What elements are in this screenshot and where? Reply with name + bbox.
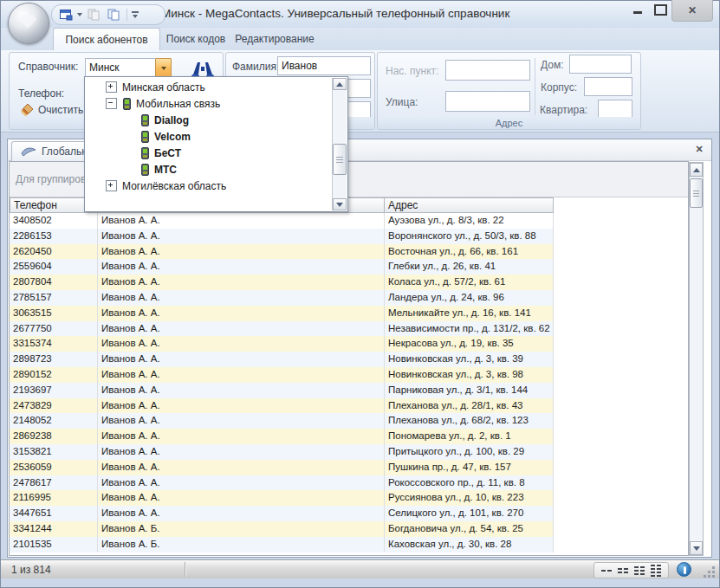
- address-cell: Глебки ул., д. 26, кв. 41: [385, 259, 554, 275]
- close-button[interactable]: ✕: [671, 0, 713, 22]
- subscriber-cell: Иванов А. А.: [98, 321, 385, 337]
- window-view-dropdown-icon[interactable]: [77, 13, 82, 16]
- table-row[interactable]: 2869238Иванов А. А.Пономарева ул., д. 2,…: [10, 429, 554, 444]
- table-row[interactable]: 2116995Иванов А. А.Руссиянова ул., д. 10…: [10, 490, 554, 506]
- collapse-minus-icon[interactable]: [106, 98, 117, 109]
- maximize-button[interactable]: [649, 0, 671, 19]
- subscriber-cell: Иванов А. А.: [98, 429, 385, 444]
- view-3-rows-icon[interactable]: [634, 566, 645, 575]
- tree-item-6[interactable]: Могилёвская область: [85, 178, 332, 194]
- directory-dropdown-popup: Минская областьМобильная связьDiallogVel…: [84, 76, 348, 212]
- apartment-input[interactable]: [598, 100, 632, 119]
- dropdown-scrollbar-thumb[interactable]: [333, 144, 347, 175]
- surname-input[interactable]: [277, 56, 371, 75]
- subscriber-cell: Иванов А. А.: [98, 444, 385, 460]
- application-orb-button[interactable]: [8, 3, 49, 44]
- house-input[interactable]: [569, 55, 632, 74]
- table-row[interactable]: 3447651Иванов А. А.Селицкого ул., д. 101…: [10, 506, 554, 521]
- table-row[interactable]: 2807804Иванов А. А.Коласа ул., д. 57/2, …: [10, 275, 554, 290]
- expand-plus-icon[interactable]: [106, 180, 117, 191]
- table-row[interactable]: 3063515Иванов А. А.Мельникайте ул., д. 1…: [10, 306, 554, 321]
- clear-button[interactable]: Очистить: [15, 102, 88, 118]
- tab-search-subscribers[interactable]: Поиск абонентов: [53, 28, 160, 51]
- table-row[interactable]: 3341244Иванов А. Б.Богдановича ул., д. 5…: [10, 521, 554, 537]
- address-cell: Плеханова ул., д. 28/1, кв. 43: [385, 398, 554, 414]
- address-cell: Парниковая ул., д. 3/1, кв. 144: [385, 383, 554, 398]
- table-row[interactable]: 2473829Иванов А. А.Плеханова ул., д. 28/…: [10, 398, 554, 414]
- ribbon-tab-row: Поиск абонентов Поиск кодов Редактирован…: [1, 28, 719, 50]
- directory-combo-input[interactable]: [85, 58, 155, 77]
- info-button[interactable]: [677, 562, 691, 577]
- tab-search-codes[interactable]: Поиск кодов: [162, 28, 230, 50]
- ribbon-group-address: Нас. пункт: Улица: Дом: Корпус: Квартира…: [377, 52, 641, 130]
- resize-grip-icon[interactable]: [703, 565, 715, 578]
- table-row[interactable]: 2785157Иванов А. А.Ландера ул., д. 24, к…: [10, 290, 554, 306]
- table-row[interactable]: 3408502Иванов А. А.Ауэзова ул., д. 8/3, …: [10, 213, 554, 229]
- phone-cell: 3408502: [10, 213, 98, 229]
- phone-cell: 2677750: [10, 321, 98, 337]
- building-input[interactable]: [584, 77, 632, 96]
- dropdown-scroll-down-icon[interactable]: [333, 198, 347, 210]
- tree-item-3[interactable]: Velcom: [85, 128, 332, 145]
- subscriber-cell: Иванов А. Б.: [98, 537, 385, 552]
- tree-item-4[interactable]: БеСТ: [85, 145, 332, 161]
- scrollbar-thumb[interactable]: [690, 178, 703, 208]
- address-cell: Пушкина пр., д. 47, кв. 157: [385, 460, 554, 475]
- subscriber-cell: Иванов А. А.: [98, 413, 385, 429]
- phone-cell: 3341244: [10, 521, 98, 537]
- customize-qat-icon[interactable]: [132, 11, 139, 18]
- table-row[interactable]: 2890152Иванов А. А.Новинковская ул., д. …: [10, 367, 554, 383]
- table-row[interactable]: 2559604Иванов А. А.Глебки ул., д. 26, кв…: [10, 259, 554, 275]
- street-input[interactable]: [445, 91, 530, 112]
- phone-label: Телефон:: [18, 87, 64, 100]
- tree-item-label: Velcom: [154, 131, 191, 143]
- tree-item-label: Мобильная связь: [136, 98, 220, 110]
- table-row[interactable]: 2148052Иванов А. А.Плеханова ул., д. 68/…: [10, 413, 554, 429]
- group-by-hint: Для группиров: [16, 173, 86, 185]
- house-label: Дом:: [541, 59, 564, 71]
- copy-icon[interactable]: [105, 7, 122, 23]
- phone-cell: 2478617: [10, 475, 98, 491]
- view-4-rows-icon[interactable]: [651, 565, 661, 577]
- view-2-rows-icon[interactable]: [618, 568, 628, 573]
- directory-dropdown-list: Минская областьМобильная связьDiallogVel…: [85, 79, 332, 194]
- table-row[interactable]: 2193697Иванов А. А.Парниковая ул., д. 3/…: [10, 383, 554, 398]
- address-cell: Богдановича ул., д. 54, кв. 25: [385, 521, 554, 537]
- table-row[interactable]: 2898723Иванов А. А.Новинковская ул., д. …: [10, 352, 554, 367]
- qat-separator: [126, 9, 127, 21]
- minimize-button[interactable]: [626, 0, 649, 19]
- tree-item-0[interactable]: Минская область: [85, 79, 332, 95]
- phone-cell: 2807804: [10, 275, 98, 290]
- dropdown-scrollbar[interactable]: [332, 78, 347, 210]
- tree-item-5[interactable]: МТС: [85, 161, 332, 178]
- app-logo-icon: [19, 15, 36, 29]
- table-row[interactable]: 2620450Иванов А. А.Восточная ул., д. 66,…: [10, 244, 554, 260]
- table-row[interactable]: 2101535Иванов А. Б.Каховская ул., д. 30,…: [10, 537, 554, 552]
- scroll-up-icon[interactable]: [690, 163, 703, 177]
- expand-plus-icon[interactable]: [106, 81, 117, 93]
- table-row[interactable]: 3153821Иванов А. А.Притыцкого ул., д. 10…: [10, 444, 554, 460]
- column-header-Адрес[interactable]: Адрес: [385, 197, 554, 213]
- grid-rows: 3408502Иванов А. А.Ауэзова ул., д. 8/3, …: [10, 213, 554, 552]
- phone-cell: 3063515: [10, 306, 98, 321]
- settlement-input[interactable]: [445, 60, 530, 81]
- address-cell: Плеханова ул., д. 68/2, кв. 123: [385, 413, 554, 429]
- table-row[interactable]: 2677750Иванов А. А.Независимости пр., д.…: [10, 321, 554, 337]
- tree-item-2[interactable]: Diallog: [85, 112, 332, 128]
- status-divider: [185, 562, 185, 577]
- apartment-label: Квартира:: [540, 104, 587, 116]
- table-row[interactable]: 2478617Иванов А. А.Рокоссовского пр., д.…: [10, 475, 554, 491]
- view-1-row-icon[interactable]: [601, 570, 612, 572]
- subscriber-cell: Иванов А. Б.: [98, 521, 385, 537]
- scroll-down-icon[interactable]: [690, 541, 703, 555]
- table-row[interactable]: 2536059Иванов А. А.Пушкина пр., д. 47, к…: [10, 460, 554, 475]
- grid-vertical-scrollbar[interactable]: [689, 162, 704, 556]
- window-view-icon[interactable]: [57, 7, 75, 23]
- dropdown-scroll-up-icon[interactable]: [333, 78, 347, 90]
- tab-editing[interactable]: Редактирование: [231, 28, 318, 50]
- tree-item-1[interactable]: Мобильная связь: [85, 95, 332, 112]
- table-row[interactable]: 3315374Иванов А. А.Некрасова ул., д. 19,…: [10, 336, 554, 352]
- panel-close-icon[interactable]: ✕: [692, 142, 706, 156]
- address-cell: Независимости пр., д. 131/2, кв. 62: [385, 321, 554, 337]
- table-row[interactable]: 2286153Иванов А. А.Воронянского ул., д. …: [10, 229, 554, 244]
